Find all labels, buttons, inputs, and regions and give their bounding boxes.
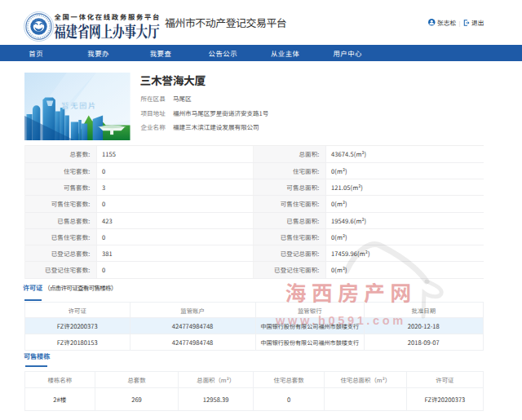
- svg-text:暂无图片: 暂无图片: [61, 99, 96, 110]
